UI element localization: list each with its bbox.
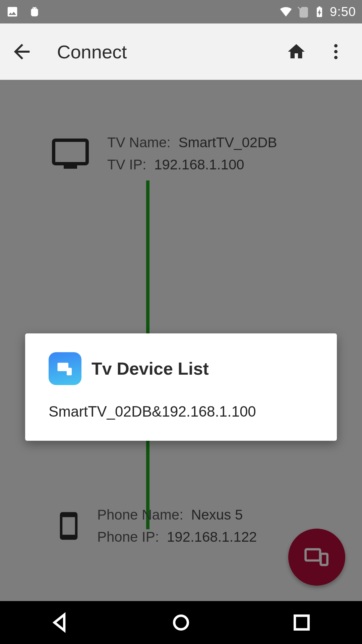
status-clock: 9:50 [330, 5, 356, 19]
home-button[interactable] [286, 42, 306, 62]
svg-rect-10 [295, 616, 309, 630]
svg-point-3 [334, 50, 338, 53]
modal-overlay[interactable]: Tv Device List SmartTV_02DB&192.168.1.10… [0, 80, 362, 601]
device-frame: 9:50 Connect TV Name: SmartTV_02DB [0, 0, 362, 644]
svg-point-4 [334, 56, 338, 59]
dialog-title: Tv Device List [92, 359, 209, 379]
svg-point-9 [174, 616, 188, 630]
nav-back-button[interactable] [49, 611, 72, 634]
no-sim-icon [296, 5, 309, 18]
content-area: TV Name: SmartTV_02DB TV IP: 192.168.1.1… [0, 80, 362, 601]
status-bar: 9:50 [0, 0, 362, 23]
image-notification-icon [6, 5, 19, 18]
overflow-menu-button[interactable] [326, 42, 346, 62]
svg-point-2 [334, 44, 338, 48]
app-icon [49, 352, 81, 385]
app-bar-title: Connect [57, 41, 286, 63]
svg-point-1 [36, 8, 37, 9]
nav-home-button[interactable] [169, 611, 193, 634]
app-bar: Connect [0, 23, 362, 80]
svg-rect-8 [67, 368, 72, 376]
nav-recents-button[interactable] [290, 611, 313, 634]
device-list-item[interactable]: SmartTV_02DB&192.168.1.100 [49, 401, 313, 422]
tv-device-list-dialog: Tv Device List SmartTV_02DB&192.168.1.10… [25, 333, 337, 441]
back-button[interactable] [10, 40, 34, 63]
status-left-icons [6, 5, 41, 18]
status-right-icons: 9:50 [280, 5, 356, 19]
wifi-icon [280, 5, 292, 18]
system-nav-bar [0, 601, 362, 644]
android-debug-icon [28, 5, 41, 18]
svg-point-0 [33, 8, 34, 9]
battery-charging-icon [313, 5, 326, 18]
